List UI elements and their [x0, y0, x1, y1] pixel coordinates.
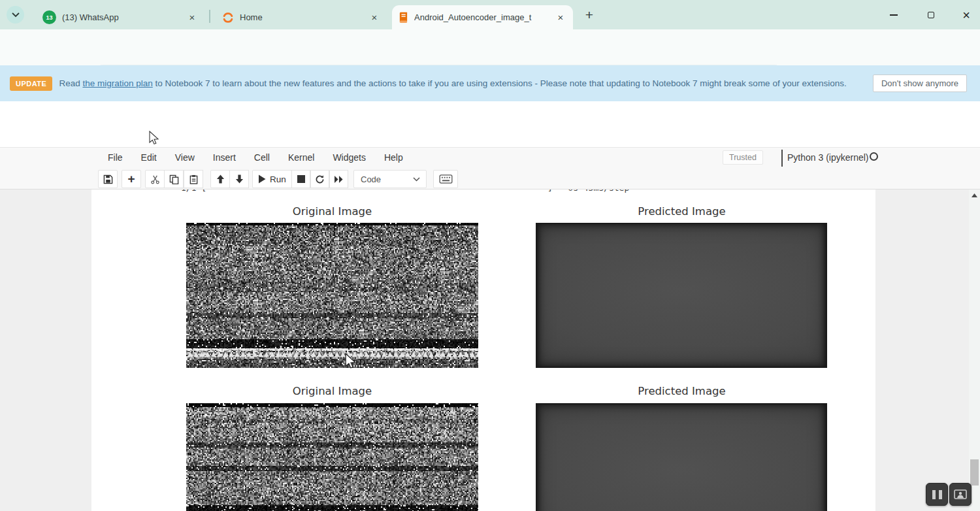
cell-type-select[interactable]: Code — [353, 170, 427, 188]
menu-list: File Edit View Insert Cell Kernel Widget… — [99, 148, 412, 168]
webcam-toggle-button[interactable] — [949, 483, 972, 506]
banner-text-after: to Notebook 7 to learn about the new fea… — [153, 78, 847, 88]
new-tab-button[interactable]: + — [581, 7, 598, 24]
close-icon[interactable]: × — [368, 12, 380, 24]
close-icon[interactable]: × — [555, 12, 566, 24]
plot-title-predicted-2: Predicted Image — [536, 385, 828, 397]
browser-toolbar: ← → localhost:8890/notebooks/Android_Aut… — [0, 29, 980, 65]
play-icon — [258, 174, 266, 184]
plot-title-predicted-1: Predicted Image — [536, 205, 828, 218]
pause-recording-button[interactable] — [926, 483, 948, 506]
command-palette-button[interactable] — [433, 170, 458, 188]
menu-edit[interactable]: Edit — [132, 148, 166, 168]
keyboard-icon — [439, 174, 453, 184]
tab-home[interactable]: Home × — [216, 5, 387, 29]
cut-cell-button[interactable] — [145, 170, 165, 188]
menu-cell[interactable]: Cell — [245, 148, 279, 168]
update-badge: UPDATE — [10, 76, 52, 91]
notebook-site: 1/1 [ ] - 0s 45ms/step Original Image Pr… — [0, 190, 980, 511]
chevron-down-icon — [12, 12, 20, 18]
move-cell-up-button[interactable] — [210, 170, 230, 188]
notebook-favicon-icon — [399, 12, 408, 24]
tab-label: (13) WhatsApp — [62, 12, 181, 22]
menu-view[interactable]: View — [166, 148, 204, 168]
window-minimize-button[interactable] — [887, 8, 901, 22]
tab-whatsapp[interactable]: 13 (13) WhatsApp × — [36, 5, 204, 29]
menu-insert[interactable]: Insert — [204, 148, 245, 168]
menu-widgets[interactable]: Widgets — [323, 148, 375, 168]
tab-label: Home — [240, 12, 363, 22]
screen: { "browser": { "tabs": [ { "label": "(13… — [0, 0, 980, 511]
window-maximize-button[interactable] — [924, 8, 938, 22]
arrow-up-icon — [216, 174, 225, 184]
run-cell-button[interactable]: Run — [252, 170, 292, 188]
migration-plan-link[interactable]: the migration plan — [82, 78, 152, 88]
predicted-image-plot-2 — [536, 403, 827, 511]
paste-cell-button[interactable] — [184, 170, 203, 188]
jupyter-favicon-icon — [222, 12, 234, 24]
run-label: Run — [270, 174, 286, 184]
keras-progress-fragment: ] - 0s 45ms/step — [547, 190, 629, 193]
arrow-down-icon — [235, 174, 244, 184]
notebook-menubar: File Edit View Insert Cell Kernel Widget… — [0, 147, 980, 168]
restart-icon — [315, 174, 325, 184]
banner-text: Read the migration plan to Notebook 7 to… — [59, 78, 872, 88]
restart-kernel-button[interactable] — [310, 170, 329, 188]
tab-divider — [209, 10, 210, 23]
minimize-icon — [890, 14, 898, 16]
scroll-up-icon — [972, 193, 977, 197]
dont-show-anymore-button[interactable]: Don't show anymore — [873, 74, 967, 92]
save-icon — [103, 174, 113, 184]
move-cell-down-button[interactable] — [229, 170, 249, 188]
trusted-badge: Trusted — [723, 150, 763, 165]
copy-icon — [169, 174, 179, 184]
jupyter-header: jupyter Android_Autoencoder_image_train … — [0, 101, 980, 147]
keras-progress-fragment: 1/1 [ — [181, 190, 206, 193]
interrupt-kernel-button[interactable] — [291, 170, 310, 188]
notebook7-migration-banner: UPDATE Read the migration plan to Notebo… — [0, 65, 980, 101]
notebook-toolbar: + Run — [0, 168, 980, 190]
menu-file[interactable]: File — [99, 148, 132, 168]
fast-forward-icon — [334, 175, 344, 184]
tab-label: Android_Autoencoder_image_t — [414, 12, 549, 22]
banner-text-before: Read — [59, 78, 82, 88]
maximize-icon — [928, 12, 934, 18]
pause-icon — [932, 490, 942, 499]
tab-strip: 13 (13) WhatsApp × Home × Android_Autoen… — [0, 0, 980, 29]
kernel-idle-icon — [870, 152, 878, 161]
recorder-overlay — [926, 483, 972, 506]
original-image-plot-1 — [186, 223, 478, 368]
chevron-down-icon — [413, 177, 420, 182]
add-cell-button[interactable]: + — [122, 170, 141, 188]
close-icon[interactable]: × — [186, 12, 198, 24]
scrollbar-thumb[interactable] — [970, 459, 979, 486]
whatsapp-icon: 13 — [42, 10, 56, 24]
window-close-button[interactable]: × — [959, 8, 973, 22]
menu-help[interactable]: Help — [375, 148, 412, 168]
kernel-separator — [781, 150, 783, 167]
whatsapp-unread-badge: 13 — [46, 14, 52, 21]
notebook-container: 1/1 [ ] - 0s 45ms/step Original Image Pr… — [91, 190, 875, 511]
tab-search-button[interactable] — [7, 6, 24, 24]
webcam-image-icon — [954, 489, 967, 499]
cell-type-value: Code — [361, 174, 413, 184]
original-image-plot-2 — [186, 403, 478, 511]
menu-kernel[interactable]: Kernel — [279, 148, 323, 168]
copy-cell-button[interactable] — [164, 170, 184, 188]
plot-title-original-1: Original Image — [186, 205, 478, 218]
paste-icon — [189, 174, 199, 184]
kernel-name: Python 3 (ipykernel) — [787, 152, 869, 163]
plot-title-original-2: Original Image — [186, 385, 478, 397]
scroll-up-button[interactable] — [969, 191, 980, 200]
predicted-image-plot-1 — [536, 223, 827, 368]
scissors-icon — [150, 174, 160, 184]
stop-icon — [297, 175, 305, 183]
page-scrollbar[interactable] — [969, 190, 980, 511]
tab-notebook-active[interactable]: Android_Autoencoder_image_t × — [392, 5, 573, 29]
save-button[interactable] — [98, 170, 118, 188]
restart-run-all-button[interactable] — [329, 170, 348, 188]
